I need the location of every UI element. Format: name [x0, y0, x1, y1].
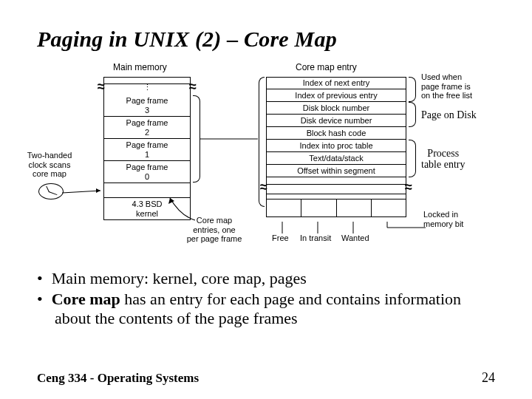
cm-row-6: Text/data/stack	[266, 152, 406, 165]
bullet-list: Main memory: kernel, core map, pages Cor…	[37, 269, 495, 328]
cm-row-3: Disk device number	[266, 115, 406, 127]
svg-marker-1	[96, 188, 100, 193]
flag-free: Free	[272, 233, 289, 242]
main-memory-label: Main memory	[113, 62, 167, 72]
footer-course: Ceng 334 - Operating Systems	[37, 371, 199, 386]
bullet-2: Core map has an entry for each page and …	[37, 290, 495, 328]
brace-cm-full	[259, 77, 265, 207]
svg-line-0	[62, 191, 100, 193]
page-on-disk-note: Page on Disk	[421, 109, 477, 120]
brace-freelist	[409, 77, 416, 102]
core-map-entry-column: Index of next entry Index of previous en…	[266, 77, 406, 217]
core-map-entry-label: Core map entry	[296, 62, 357, 72]
brace-proc	[409, 140, 416, 177]
cm-row-4: Block hash code	[266, 127, 406, 140]
bullet-1: Main memory: kernel, core map, pages	[37, 269, 495, 288]
page-frame-1: Page frame1	[103, 139, 191, 161]
flag-wanted: Wanted	[341, 233, 369, 242]
diagram: Main memory ≈ ≈ ⋮ Page frame3 Page frame…	[37, 62, 495, 263]
page-frame-0: Page frame0	[103, 161, 191, 183]
process-table-entry-note: Processtable entry	[421, 148, 465, 171]
flag-intransit: In transit	[300, 233, 331, 242]
locked-bit-note: Locked inmemory bit	[423, 210, 482, 228]
footer-page-number: 24	[482, 370, 495, 386]
clock-icon	[38, 183, 64, 200]
page-frame-2: Page frame2	[103, 117, 191, 139]
clock-note: Two-handedclock scanscore map	[21, 151, 78, 179]
cm-row-1: Index of previous entry	[266, 89, 406, 102]
cm-row-7: Offset within segment	[266, 165, 406, 177]
brace-mm-pages	[193, 95, 200, 183]
cm-row-5: Index into proc table	[266, 140, 406, 152]
page-frame-3: Page frame3	[103, 95, 191, 117]
brace-pageondisk	[409, 102, 416, 127]
cm-row-2: Disk block number	[266, 102, 406, 115]
free-list-note: Used whenpage frame ison the free list	[421, 72, 488, 100]
slide-title: Paging in UNIX (2) – Core Map	[37, 27, 495, 52]
cm-row-0: Index of next entry	[266, 77, 406, 89]
flag-row	[266, 200, 406, 217]
